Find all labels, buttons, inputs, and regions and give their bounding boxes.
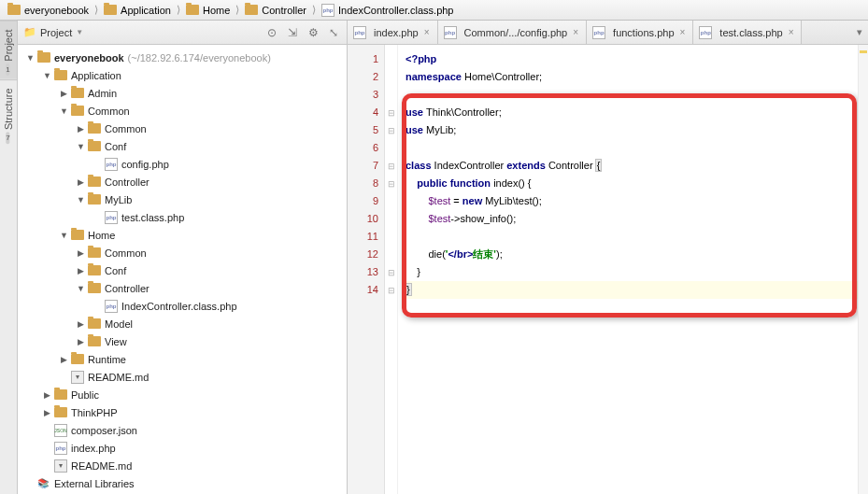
tree-node[interactable]: Controller bbox=[18, 279, 347, 297]
code-line[interactable]: use MyLib; bbox=[406, 121, 868, 139]
code-line[interactable]: namespace Home\Controller; bbox=[406, 68, 868, 86]
code-line[interactable]: die('</br>结束'); bbox=[406, 246, 868, 263]
tree-node[interactable]: IndexController.class.php bbox=[18, 297, 347, 315]
code-content[interactable]: <?phpnamespace Home\Controller;use Think… bbox=[398, 45, 868, 494]
tree-node[interactable]: composer.json bbox=[18, 421, 347, 439]
tree-node[interactable]: Common bbox=[18, 120, 347, 137]
collapse-all-icon[interactable]: ⇲ bbox=[285, 25, 300, 40]
tree-node[interactable]: Common bbox=[18, 102, 347, 120]
tree-arrow-icon[interactable] bbox=[59, 106, 69, 116]
fold-handle[interactable]: ⊟ bbox=[385, 281, 397, 299]
tree-arrow-icon[interactable] bbox=[76, 265, 86, 275]
close-icon[interactable]: × bbox=[571, 27, 580, 37]
code-line[interactable]: $test->show_info(); bbox=[406, 210, 868, 228]
tree-arrow-icon[interactable] bbox=[76, 336, 86, 346]
editor-tab[interactable]: Common/.../config.php× bbox=[438, 21, 588, 44]
gear-icon[interactable]: ⚙ bbox=[306, 25, 320, 40]
code-line[interactable] bbox=[406, 86, 868, 104]
line-number[interactable]: 5 bbox=[348, 121, 378, 139]
tabs-menu-icon[interactable]: ▾ bbox=[851, 21, 868, 44]
line-number[interactable]: 6 bbox=[348, 139, 378, 157]
tree-node[interactable]: index.php bbox=[18, 439, 347, 457]
error-stripe[interactable] bbox=[858, 45, 868, 494]
close-icon[interactable]: × bbox=[787, 27, 796, 37]
tree-arrow-icon[interactable] bbox=[42, 407, 52, 417]
tree-node[interactable]: Controller bbox=[18, 173, 347, 191]
line-number[interactable]: 10 bbox=[348, 210, 378, 228]
code-line[interactable]: class IndexController extends Controller… bbox=[406, 157, 868, 175]
line-number[interactable]: 9 bbox=[348, 192, 378, 210]
line-number[interactable]: 3 bbox=[348, 86, 378, 104]
tree-node[interactable]: ThinkPHP bbox=[18, 403, 347, 421]
fold-handle[interactable]: ⊟ bbox=[385, 175, 397, 192]
breadcrumb-item[interactable]: everyonebook bbox=[4, 5, 92, 16]
line-number[interactable]: 11 bbox=[348, 228, 378, 246]
tree-arrow-icon[interactable] bbox=[76, 123, 86, 134]
breadcrumb-item[interactable]: Application bbox=[100, 5, 175, 16]
project-panel-title[interactable]: 📁 Project ▼ bbox=[23, 26, 83, 38]
tree-node[interactable]: Conf bbox=[18, 261, 347, 279]
line-number[interactable]: 4 bbox=[348, 104, 378, 121]
tree-node[interactable]: everyonebook(~/182.92.6.174/everyonebook… bbox=[18, 49, 347, 66]
tree-node[interactable]: View bbox=[18, 332, 347, 350]
code-line[interactable]: <?php bbox=[406, 50, 868, 68]
line-number[interactable]: 13 bbox=[348, 263, 378, 281]
line-number[interactable]: 8 bbox=[348, 175, 378, 192]
line-number[interactable]: 14 bbox=[348, 281, 378, 299]
tree-arrow-icon[interactable] bbox=[76, 176, 86, 187]
tree-node[interactable]: test.class.php bbox=[18, 208, 347, 226]
tree-arrow-icon[interactable] bbox=[59, 354, 69, 364]
tree-arrow-icon[interactable] bbox=[76, 247, 86, 258]
tree-node[interactable]: Home bbox=[18, 226, 347, 244]
line-number[interactable]: 12 bbox=[348, 246, 378, 263]
code-line[interactable] bbox=[406, 228, 868, 246]
breadcrumb-item[interactable]: Home bbox=[182, 5, 234, 16]
code-line[interactable]: } bbox=[406, 281, 868, 299]
breadcrumb-item[interactable]: Controller bbox=[241, 5, 310, 16]
code-line[interactable]: use Think\Controller; bbox=[406, 104, 868, 121]
tree-node[interactable]: Public bbox=[18, 386, 347, 403]
tree-node[interactable]: Runtime bbox=[18, 350, 347, 368]
line-number[interactable]: 7 bbox=[348, 157, 378, 175]
editor-tab[interactable]: test.class.php× bbox=[693, 21, 802, 44]
tree-arrow-icon[interactable] bbox=[25, 52, 36, 63]
tree-node[interactable]: Application bbox=[18, 66, 347, 84]
tree-node[interactable]: Admin bbox=[18, 84, 347, 102]
line-gutter[interactable]: 1234567891011121314 bbox=[348, 45, 385, 494]
tree-arrow-icon[interactable] bbox=[42, 70, 52, 80]
tree-node[interactable]: config.php bbox=[18, 155, 347, 173]
tree-node[interactable]: README.md bbox=[18, 457, 347, 474]
tree-node[interactable]: README.md bbox=[18, 368, 347, 386]
close-icon[interactable]: × bbox=[422, 27, 432, 37]
close-icon[interactable]: × bbox=[678, 27, 688, 37]
warning-marker[interactable] bbox=[860, 50, 867, 53]
tree-arrow-icon[interactable] bbox=[76, 318, 86, 329]
code-line[interactable]: public function index() { bbox=[406, 175, 868, 192]
tree-arrow-icon[interactable] bbox=[42, 389, 52, 400]
tree-node[interactable]: Common bbox=[18, 244, 347, 261]
breadcrumb-item[interactable]: IndexController.class.php bbox=[318, 4, 458, 17]
code-editor[interactable]: 1234567891011121314 ⊟⊟⊟⊟⊟⊟ <?phpnamespac… bbox=[348, 45, 868, 494]
code-line[interactable]: } bbox=[406, 263, 868, 281]
tree-node[interactable]: Model bbox=[18, 315, 347, 332]
editor-tab[interactable]: functions.php× bbox=[587, 21, 693, 44]
fold-handle[interactable]: ⊟ bbox=[385, 263, 397, 281]
project-tool-tab[interactable]: 1 Project bbox=[0, 21, 17, 79]
fold-handle[interactable]: ⊟ bbox=[385, 104, 397, 121]
tree-node[interactable]: MyLib bbox=[18, 191, 347, 208]
project-tree[interactable]: everyonebook(~/182.92.6.174/everyonebook… bbox=[18, 45, 347, 494]
fold-handle[interactable]: ⊟ bbox=[385, 121, 397, 139]
line-number[interactable]: 1 bbox=[348, 50, 378, 68]
fold-handle[interactable]: ⊟ bbox=[385, 157, 397, 175]
tree-arrow-icon[interactable] bbox=[59, 230, 69, 240]
code-line[interactable]: $test = new MyLib\test(); bbox=[406, 192, 868, 210]
tree-arrow-icon[interactable] bbox=[76, 283, 86, 293]
structure-tool-tab[interactable]: 7 Structure bbox=[0, 79, 17, 148]
tree-arrow-icon[interactable] bbox=[59, 88, 69, 98]
tree-node[interactable]: External Libraries bbox=[18, 474, 347, 492]
tree-arrow-icon[interactable] bbox=[76, 194, 86, 205]
editor-tab[interactable]: index.php× bbox=[348, 21, 438, 44]
code-line[interactable] bbox=[406, 139, 868, 157]
line-number[interactable]: 2 bbox=[348, 68, 378, 86]
tree-arrow-icon[interactable] bbox=[76, 141, 86, 151]
